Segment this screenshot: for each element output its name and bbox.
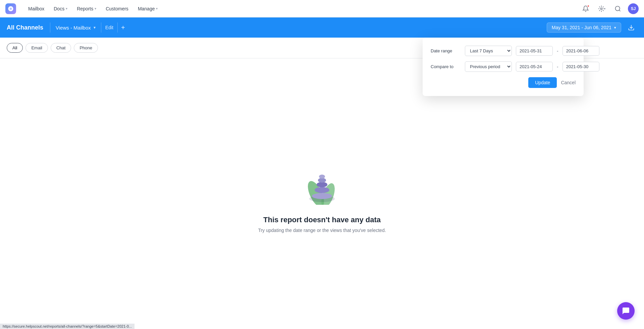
svg-point-0 xyxy=(600,8,602,9)
date-filter-popup: Date range Last 7 Days Last 30 Days Last… xyxy=(423,38,584,96)
update-button[interactable]: Update xyxy=(528,77,557,88)
app-logo[interactable] xyxy=(5,3,16,14)
nav-manage[interactable]: Manage ▾ xyxy=(134,4,162,13)
sub-header: All Channels Views - Mailbox ▾ Edit + Ma… xyxy=(0,17,644,38)
cancel-button[interactable]: Cancel xyxy=(561,80,576,85)
popup-actions: Update Cancel xyxy=(431,77,576,88)
compare-separator: - xyxy=(557,64,558,69)
views-chevron-icon: ▾ xyxy=(94,25,96,30)
svg-point-6 xyxy=(312,193,332,199)
empty-title: This report doesn't have any data xyxy=(263,216,381,224)
chat-bubble-button[interactable] xyxy=(617,302,635,320)
status-bar: https://secure.helpscout.net/reports/all… xyxy=(0,324,135,329)
date-range-button[interactable]: May 31, 2021 - Jun 06, 2021 ▾ xyxy=(547,22,621,33)
top-nav: Mailbox Docs ▾ Reports ▾ Customers Manag… xyxy=(0,0,644,17)
date-range-select[interactable]: Last 7 Days Last 30 Days Last 90 Days Cu… xyxy=(465,46,512,56)
docs-chevron-icon: ▾ xyxy=(66,7,67,10)
tab-email[interactable]: Email xyxy=(25,43,48,53)
main-content: This report doesn't have any data Try up… xyxy=(0,58,644,329)
nav-right: ▾ SJ xyxy=(580,3,639,15)
tab-phone[interactable]: Phone xyxy=(74,43,98,53)
reports-chevron-icon: ▾ xyxy=(95,7,96,10)
add-view-button[interactable]: + xyxy=(118,22,128,33)
date-range-label: Date range xyxy=(431,48,461,53)
compare-from-input[interactable] xyxy=(516,62,553,72)
compare-to-label: Compare to xyxy=(431,64,461,69)
date-separator: - xyxy=(557,48,558,54)
settings-chevron-icon: ▾ xyxy=(604,7,606,10)
svg-point-9 xyxy=(318,178,326,183)
compare-to-select[interactable]: Previous period Previous year Custom xyxy=(465,61,512,72)
page-title: All Channels xyxy=(7,24,50,31)
svg-point-8 xyxy=(317,182,327,187)
settings-button[interactable]: ▾ xyxy=(596,3,608,15)
notifications-button[interactable] xyxy=(580,3,592,15)
views-dropdown[interactable]: Views - Mailbox ▾ xyxy=(50,25,101,31)
compare-to-row: Compare to Previous period Previous year… xyxy=(431,61,576,72)
date-range-row: Date range Last 7 Days Last 30 Days Last… xyxy=(431,46,576,56)
date-to-input[interactable] xyxy=(562,46,599,56)
nav-customers[interactable]: Customers xyxy=(102,4,132,13)
svg-point-1 xyxy=(615,6,620,10)
manage-chevron-icon: ▾ xyxy=(156,7,158,10)
svg-point-7 xyxy=(315,187,329,193)
avatar[interactable]: SJ xyxy=(628,3,639,14)
notification-badge xyxy=(587,5,590,7)
tab-chat[interactable]: Chat xyxy=(51,43,71,53)
download-button[interactable] xyxy=(625,21,637,34)
search-button[interactable] xyxy=(612,3,624,15)
nav-docs[interactable]: Docs ▾ xyxy=(50,4,71,13)
nav-reports[interactable]: Reports ▾ xyxy=(73,4,100,13)
svg-point-10 xyxy=(319,175,325,179)
empty-illustration xyxy=(295,158,349,205)
date-from-input[interactable] xyxy=(516,46,553,56)
nav-mailbox[interactable]: Mailbox xyxy=(24,4,48,13)
empty-subtitle: Try updating the date range or the views… xyxy=(258,228,386,233)
compare-to-input[interactable] xyxy=(562,62,599,72)
tab-all[interactable]: All xyxy=(7,43,23,53)
nav-items: Mailbox Docs ▾ Reports ▾ Customers Manag… xyxy=(24,4,580,13)
edit-button[interactable]: Edit xyxy=(101,23,117,32)
date-range-chevron-icon: ▾ xyxy=(614,26,616,30)
